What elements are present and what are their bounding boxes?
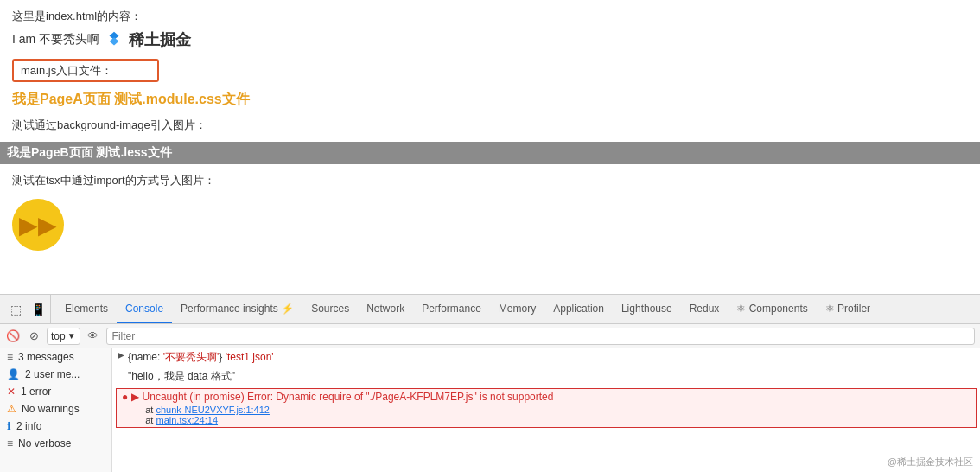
devtools-tabs: Elements Console Performance insights ⚡ …	[56, 295, 879, 323]
tab-performance-insights[interactable]: Performance insights ⚡	[172, 295, 302, 323]
context-dropdown-icon: ▼	[67, 331, 76, 341]
devtools-icon-group: ⬚ 📱	[3, 295, 51, 323]
messages-count: 3 messages	[18, 351, 74, 363]
info-icon: ℹ	[7, 420, 11, 432]
page-line1: 这里是index.html的内容：	[12, 9, 968, 24]
error-main-text: ▶ Uncaught (in promise) Error: Dynamic r…	[131, 391, 970, 403]
tab-lighthouse[interactable]: Lighthouse	[613, 295, 681, 323]
console-object-text: {name: '不要秃头啊'} 'test1.json'	[128, 350, 274, 365]
error-circle-icon: ●	[122, 391, 128, 403]
stack-frame-2: at main.tsx:24:14	[145, 415, 970, 425]
warning-count: No warnings	[22, 403, 80, 415]
page-line2-text: I am 不要秃头啊	[12, 32, 99, 48]
error-content: ▶ Uncaught (in promise) Error: Dynamic r…	[131, 391, 970, 425]
filter-icon[interactable]: ⊘	[26, 328, 41, 344]
context-label: top	[51, 330, 66, 342]
user-messages-icon: 👤	[7, 368, 20, 380]
console-toolbar: 🚫 ⊘ top ▼ 👁	[0, 324, 980, 348]
sidebar-item-user-messages[interactable]: 👤 2 user me...	[0, 366, 111, 383]
devtools-panel: ⬚ 📱 Elements Console Performance insight…	[0, 294, 980, 472]
page-tsx-test: 测试在tsx中通过import的方式导入图片：	[12, 173, 968, 188]
obj-value: '不要秃头啊'	[163, 351, 220, 363]
eye-icon[interactable]: 👁	[86, 328, 101, 344]
tab-application[interactable]: Application	[544, 295, 613, 323]
page-bg-test: 测试通过background-image引入图片：	[12, 118, 968, 133]
page-content: 这里是index.html的内容： I am 不要秃头啊 稀土掘金 我是Page…	[0, 0, 980, 294]
obj-key: name	[131, 351, 157, 363]
inspect-icon[interactable]: ⬚	[7, 301, 24, 318]
sidebar-item-verbose[interactable]: ≡ No verbose	[0, 435, 111, 452]
juejin-logo-icon	[105, 30, 124, 49]
stack-link-2[interactable]: main.tsx:24:14	[156, 415, 218, 425]
tab-profiler[interactable]: ⚛ Profiler	[817, 295, 879, 323]
console-string-text: "hello，我是 data 格式"	[128, 369, 235, 384]
user-messages-count: 2 user me...	[25, 368, 80, 380]
page-a-text: 我是PageA页面 测试.module.css文件	[12, 91, 968, 109]
page-line2: I am 不要秃头啊 稀土掘金	[12, 29, 968, 50]
verbose-count: No verbose	[18, 437, 71, 450]
messages-icon: ≡	[7, 351, 13, 363]
console-messages-area: ≡ 3 messages 👤 2 user me... ✕ 1 error ⚠ …	[0, 348, 980, 472]
tab-elements[interactable]: Elements	[56, 295, 117, 323]
console-main: ▶ {name: '不要秃头啊'} 'test1.json' ▶ "hello，…	[112, 348, 980, 472]
tab-network[interactable]: Network	[358, 295, 413, 323]
sidebar-item-warnings[interactable]: ⚠ No warnings	[0, 400, 111, 418]
expand-icon[interactable]: ▶	[118, 350, 124, 360]
tab-memory[interactable]: Memory	[490, 295, 544, 323]
obj-file: 'test1.json'	[226, 351, 274, 363]
stack-frame-1: at chunk-NEU2VXYF.js:1:412	[145, 405, 970, 415]
sidebar-item-messages[interactable]: ≡ 3 messages	[0, 348, 111, 366]
input-box-container	[12, 59, 968, 82]
fast-forward-icon: ▶▶	[12, 199, 64, 251]
console-filter-input[interactable]	[106, 328, 975, 345]
tab-console[interactable]: Console	[117, 295, 172, 323]
page-line2-brand: 稀土掘金	[129, 29, 191, 50]
sidebar-item-info[interactable]: ℹ 2 info	[0, 418, 111, 435]
watermark: @稀土掘金技术社区	[888, 456, 973, 469]
info-count: 2 info	[16, 420, 41, 432]
error-stack: at chunk-NEU2VXYF.js:1:412 at main.tsx:2…	[131, 405, 970, 425]
warning-icon: ⚠	[7, 403, 16, 415]
tab-sources[interactable]: Sources	[302, 295, 358, 323]
console-sidebar: ≡ 3 messages 👤 2 user me... ✕ 1 error ⚠ …	[0, 348, 112, 472]
console-row-string: ▶ "hello，我是 data 格式"	[112, 367, 980, 386]
device-icon[interactable]: 📱	[29, 301, 47, 318]
verbose-icon: ≡	[7, 437, 13, 450]
stack-link-1[interactable]: chunk-NEU2VXYF.js:1:412	[156, 405, 269, 415]
tab-redux[interactable]: Redux	[681, 295, 729, 323]
console-row-object: ▶ {name: '不要秃头啊'} 'test1.json'	[112, 348, 980, 367]
devtools-topbar: ⬚ 📱 Elements Console Performance insight…	[0, 295, 980, 324]
console-row-error: ● ▶ Uncaught (in promise) Error: Dynamic…	[116, 388, 977, 428]
page-b-bar: 我是PageB页面 测试.less文件	[0, 142, 980, 164]
page-b-text: 我是PageB页面 测试.less文件	[7, 145, 172, 159]
sidebar-item-errors[interactable]: ✕ 1 error	[0, 383, 111, 400]
error-count: 1 error	[21, 386, 51, 398]
clear-console-icon[interactable]: 🚫	[5, 328, 21, 344]
context-selector[interactable]: top ▼	[47, 328, 80, 345]
tab-performance[interactable]: Performance	[413, 295, 490, 323]
error-icon: ✕	[7, 386, 16, 398]
tab-components[interactable]: ⚛ Components	[728, 295, 816, 323]
main-js-input[interactable]	[12, 59, 159, 82]
